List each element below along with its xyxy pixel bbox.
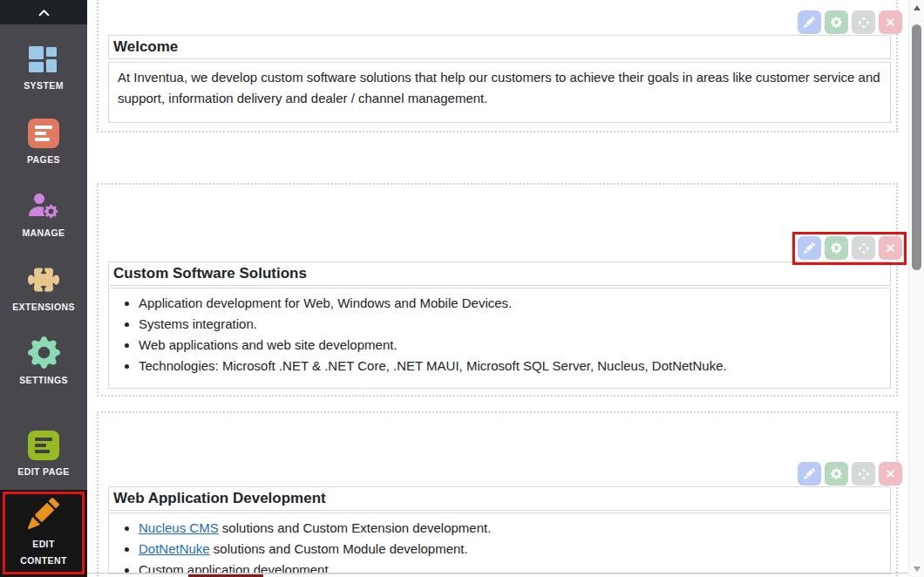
list-item: Application development for Web, Windows…: [139, 293, 890, 314]
sidebar-item-label: EXTENSIONS: [12, 302, 75, 312]
edit-module-button[interactable]: [798, 10, 821, 34]
chevron-up-icon: [38, 9, 50, 17]
viewport-bottom-edge: [87, 573, 908, 574]
sidebar-item-label: PAGES: [27, 154, 60, 165]
module-title-web-app-dev: Web Application Development: [108, 486, 891, 511]
dashboard-tiles-icon: [29, 46, 58, 74]
list-item: Systems integration.: [139, 314, 890, 335]
sidebar-item-settings[interactable]: SETTINGS: [0, 324, 87, 397]
gear-icon: [28, 336, 60, 369]
move-module-button[interactable]: [852, 462, 875, 485]
user-gear-icon: [27, 192, 60, 221]
delete-module-button[interactable]: [879, 236, 902, 260]
gear-icon: [831, 242, 842, 254]
module-title-custom-software: Custom Software Solutions: [108, 261, 891, 286]
custom-software-solutions-toolbar: [798, 236, 902, 260]
close-icon: [885, 17, 896, 28]
list-item-text: solutions and Custom Extension developme…: [219, 520, 492, 535]
module-settings-button[interactable]: [825, 236, 848, 260]
close-icon: [885, 242, 896, 254]
sidebar-item-extensions[interactable]: EXTENSIONS: [0, 251, 87, 324]
web-app-dev-toolbar: [798, 462, 902, 485]
sidebar-item-system[interactable]: SYSTEM: [0, 31, 87, 105]
move-module-button[interactable]: [852, 10, 875, 34]
page-list-icon: [28, 431, 59, 460]
list-item-text: solutions and Custom Module development.: [210, 541, 468, 556]
delete-module-button[interactable]: [879, 462, 902, 485]
puzzle-icon: [28, 264, 59, 295]
sidebar-nav: SYSTEM PAGES MANAGE: [0, 24, 87, 577]
page-title: Welcome: [113, 38, 178, 56]
sidebar-item-edit-page[interactable]: EDIT PAGE: [0, 417, 87, 490]
close-icon: [885, 468, 896, 479]
move-icon: [858, 17, 870, 29]
pencil-icon: [804, 242, 815, 254]
scroll-up-arrow-icon[interactable]: [909, 1, 924, 15]
nucleus-cms-link[interactable]: Nucleus CMS: [139, 520, 219, 535]
welcome-content-box: At Inventua, we develop custom software …: [108, 62, 891, 123]
sidebar-item-pages[interactable]: PAGES: [0, 105, 87, 178]
sidebar-item-edit-content[interactable]: EDIT CONTENT: [0, 490, 87, 577]
move-icon: [858, 468, 870, 480]
move-module-button[interactable]: [852, 236, 875, 260]
edit-module-button[interactable]: [798, 236, 821, 260]
list-item: Technologies: Microsoft .NET & .NET Core…: [139, 356, 890, 377]
web-app-dev-content-box: Nucleus CMS solutions and Custom Extensi…: [108, 513, 891, 574]
scrollbar-thumb[interactable]: [912, 24, 921, 270]
sidebar-collapse-button[interactable]: [0, 0, 87, 24]
page-title: Custom Software Solutions: [113, 265, 307, 282]
module-settings-button[interactable]: [825, 462, 848, 485]
custom-software-content-box: Application development for Web, Windows…: [108, 288, 891, 389]
list-item: DotNetNuke solutions and Custom Module d…: [139, 539, 890, 560]
module-settings-button[interactable]: [825, 10, 848, 34]
sidebar-item-manage[interactable]: MANAGE: [0, 178, 87, 251]
edit-module-button[interactable]: [798, 462, 821, 485]
sidebar-item-label: MANAGE: [22, 227, 65, 238]
welcome-paragraph: At Inventua, we develop custom software …: [109, 63, 890, 113]
bullet-list: Nucleus CMS solutions and Custom Extensi…: [109, 518, 890, 574]
move-icon: [858, 242, 870, 255]
page: SYSTEM PAGES MANAGE: [0, 0, 924, 577]
page-list-icon: [28, 119, 59, 148]
vertical-scrollbar[interactable]: [908, 0, 924, 577]
sidebar-item-label: EDIT PAGE: [17, 466, 69, 477]
pencil-icon: [28, 498, 59, 529]
delete-module-button[interactable]: [879, 10, 902, 34]
list-item: Nucleus CMS solutions and Custom Extensi…: [139, 518, 890, 539]
sidebar-item-label: SETTINGS: [19, 375, 68, 385]
bullet-list: Application development for Web, Windows…: [109, 293, 890, 377]
scroll-down-arrow-icon[interactable]: [909, 562, 924, 576]
list-item: Web applications and web site developmen…: [139, 335, 890, 356]
sidebar: SYSTEM PAGES MANAGE: [0, 0, 87, 577]
page-title: Web Application Development: [113, 490, 326, 507]
gear-icon: [831, 17, 842, 28]
pencil-icon: [804, 468, 815, 479]
sidebar-spacer: [0, 397, 87, 417]
module-title-welcome: Welcome: [108, 35, 891, 59]
sidebar-item-label: EDIT CONTENT: [15, 536, 72, 569]
sidebar-item-label: SYSTEM: [24, 80, 64, 91]
welcome-module-toolbar: [798, 10, 902, 34]
gear-icon: [831, 468, 842, 479]
dotnetnuke-link[interactable]: DotNetNuke: [139, 541, 210, 556]
pencil-icon: [804, 17, 815, 28]
